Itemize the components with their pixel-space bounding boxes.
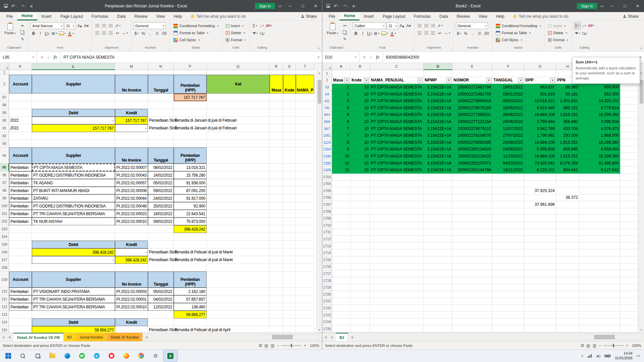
font-color-icon[interactable]: A▾ <box>67 30 74 37</box>
cell-S113[interactable] <box>283 311 296 318</box>
cell-G1711[interactable] <box>524 229 556 236</box>
ribbon-display-options-icon[interactable]: ▭ <box>278 4 282 8</box>
row-header-2[interactable]: 2 <box>322 77 332 84</box>
increase-decimal-icon[interactable]: .0 <box>476 30 482 37</box>
cell-Q97[interactable] <box>207 179 270 187</box>
cell-R102[interactable] <box>270 218 283 225</box>
cell-E1705[interactable] <box>452 187 492 194</box>
cell-H997[interactable]: 433.704 <box>556 125 579 132</box>
increase-font-icon[interactable]: A▴ <box>76 23 83 29</box>
row-header-98[interactable]: 98 <box>0 187 9 194</box>
cell-A1711[interactable] <box>332 229 351 236</box>
cell-M103[interactable] <box>115 225 148 233</box>
cell-B1714[interactable] <box>351 249 370 256</box>
cell-I1714[interactable] <box>579 249 620 256</box>
column-header-E[interactable]: E <box>452 63 492 70</box>
cell-I1124[interactable]: 16.299.360 <box>579 139 620 146</box>
cell-N100[interactable]: 25/02/2022 <box>148 202 174 210</box>
row-header-1[interactable]: 1 <box>0 70 9 75</box>
orientation-icon[interactable]: ⇗▾ <box>114 22 121 29</box>
cell-T111[interactable] <box>296 295 314 303</box>
cell-T95[interactable] <box>296 164 314 171</box>
cell-R110[interactable] <box>270 288 283 295</box>
cell-Q104[interactable] <box>207 233 270 241</box>
cell-D1711[interactable] <box>424 229 452 236</box>
cell-G1124[interactable]: 14.684.109 <box>524 139 556 146</box>
network-icon[interactable] <box>588 354 592 358</box>
cell-B1715[interactable] <box>351 256 370 263</box>
decrease-font-icon[interactable]: A▾ <box>83 23 89 29</box>
cell-S103[interactable] <box>283 225 296 233</box>
cell-S1[interactable] <box>283 70 296 75</box>
cell-L89[interactable]: Debit <box>32 109 115 117</box>
cell-S99[interactable] <box>283 194 296 202</box>
cell-J791[interactable] <box>620 105 638 112</box>
cell-R88[interactable] <box>270 101 283 109</box>
row-header-101[interactable]: 101 <box>0 210 9 218</box>
cell-A1718[interactable] <box>332 277 351 284</box>
cells-insert-button[interactable]: +Insert▾ <box>225 22 247 29</box>
cell-F1722[interactable] <box>492 305 524 312</box>
cell-B1721[interactable] <box>351 298 370 305</box>
cell-J1709[interactable] <box>620 215 638 222</box>
cell-L105[interactable]: Debit <box>32 241 115 248</box>
row-header-1718[interactable]: 1718 <box>322 277 332 284</box>
page-layout-view-icon[interactable]: ▤ <box>264 343 268 348</box>
row-header-113[interactable]: 113 <box>0 311 9 318</box>
dialog-launcher-icon[interactable]: ⌟ <box>451 48 452 51</box>
cell-G1718[interactable] <box>524 277 556 284</box>
paste-button[interactable]: Paste▾ <box>2 22 18 36</box>
cell-N96[interactable]: 24/02/2022 <box>148 171 174 179</box>
row-header-1713[interactable]: 1713 <box>322 243 332 250</box>
cell-A1703[interactable] <box>332 174 351 181</box>
enter-icon[interactable]: ✓ <box>47 55 50 60</box>
cell-E1254[interactable]: 100002280134024 <box>452 146 492 153</box>
cell-N91[interactable]: Persediaan Stok <box>148 124 174 132</box>
cell-E844[interactable]: 100002277385031 <box>452 112 492 119</box>
cell-D54[interactable]: 3,15422E+14 <box>424 91 452 98</box>
cell-I1718[interactable] <box>579 277 620 284</box>
cell-Q98[interactable] <box>207 187 270 194</box>
cell-F1721[interactable] <box>492 298 524 305</box>
select-all-button[interactable] <box>0 63 9 70</box>
cell-H1704[interactable] <box>556 181 579 188</box>
cell-A1723[interactable] <box>332 312 351 319</box>
tray-chevron-icon[interactable]: ˄ <box>581 354 583 358</box>
cell-B1707[interactable] <box>351 201 370 208</box>
row-header-103[interactable]: 103 <box>0 225 9 233</box>
cell-K108[interactable] <box>9 264 32 272</box>
cells-insert-button[interactable]: +Insert▾ <box>547 22 569 29</box>
undo-icon[interactable]: ↶▾ <box>334 4 339 8</box>
cell-H53[interactable]: 86.363 <box>556 84 579 91</box>
formula-input[interactable]: PT CIPTA NIAGA SEMESTA <box>61 52 315 63</box>
cell-Q87[interactable] <box>207 94 270 101</box>
cell-L88[interactable] <box>32 101 115 109</box>
cell-M115[interactable] <box>115 326 148 333</box>
cell-Q113[interactable] <box>207 311 270 318</box>
cell-P96[interactable]: 15.756.280 <box>174 171 207 179</box>
ribbon-tab-insert[interactable]: Insert <box>360 12 378 20</box>
cell-F791[interactable]: 16/05/2022 <box>492 105 524 112</box>
row-header-1710[interactable]: 1710 <box>322 222 332 229</box>
align-center-icon[interactable] <box>423 30 429 36</box>
cell-S109[interactable] <box>283 272 296 288</box>
cell-F1429[interactable]: 18/11/2022 <box>492 167 524 174</box>
cell-H1254[interactable]: 659.945 <box>556 146 579 153</box>
cell-N98[interactable]: 09/02/2022 <box>148 187 174 194</box>
cell-G1710[interactable] <box>524 222 556 229</box>
cell-J1720[interactable] <box>620 291 638 298</box>
row-header-1725[interactable]: 1725 <box>322 325 332 333</box>
cell-S106[interactable] <box>283 248 296 256</box>
cell-M111[interactable]: PI.2022.02.00001 <box>115 295 148 303</box>
scroll-up-icon[interactable]: ▴ <box>641 70 642 75</box>
cell-F1716[interactable] <box>492 263 524 270</box>
cell-L112[interactable]: PT TRI CAHAYA SEJAHTERA BERSAMA <box>32 303 115 311</box>
cell-C411[interactable]: PT CIPTA NIAGA SEMESTA <box>370 98 424 105</box>
column-header-D[interactable]: D <box>424 63 452 70</box>
cell-I53[interactable]: 950.000 <box>579 84 620 91</box>
cell-A1725[interactable] <box>332 325 351 333</box>
cell-D1708[interactable] <box>424 208 452 215</box>
cell-J1718[interactable] <box>620 277 638 284</box>
cell-M98[interactable]: PI.2022.02.00008 <box>115 187 148 194</box>
cell-P99[interactable]: 91.917.000 <box>174 194 207 202</box>
